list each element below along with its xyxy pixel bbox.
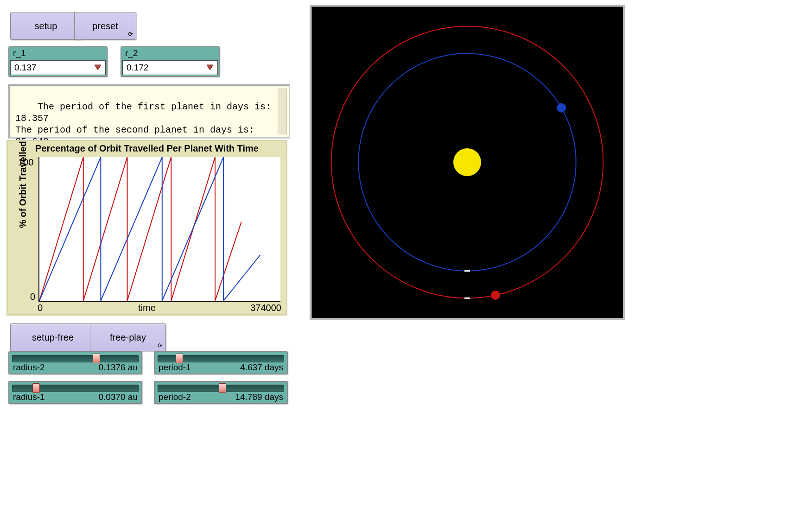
slider-value: 0.1376 au	[98, 362, 138, 373]
slider-thumb[interactable]	[93, 354, 100, 363]
svg-marker-1	[207, 65, 213, 70]
world-svg	[311, 6, 623, 318]
setup-button-label: setup	[35, 21, 57, 32]
setup-button[interactable]: setup	[10, 12, 82, 40]
r1-dropdown[interactable]: r_1 0.137	[8, 46, 108, 77]
slider-value: 0.0370 au	[98, 392, 138, 402]
radius-2-slider[interactable]: radius-2 0.1376 au	[8, 351, 142, 374]
r2-dropdown-label: r_2	[121, 47, 219, 59]
slider-value: 4.637 days	[240, 362, 283, 373]
plot-area	[38, 157, 280, 302]
chevron-down-icon	[94, 64, 102, 71]
preset-button-label: preset	[92, 21, 118, 32]
slider-thumb[interactable]	[176, 354, 183, 363]
r2-dropdown[interactable]: r_2 0.172	[121, 46, 220, 77]
period-2-slider[interactable]: period-2 14.789 days	[154, 381, 288, 404]
r1-dropdown-label: r_1	[9, 47, 107, 59]
plot-svg	[39, 157, 280, 301]
plot-xlabel: time	[138, 303, 156, 313]
slider-thumb[interactable]	[219, 383, 226, 393]
svg-point-8	[557, 103, 566, 113]
output-monitor: The period of the first planet in days i…	[8, 84, 290, 139]
free-play-button[interactable]: free-play ⟳	[90, 323, 166, 351]
chevron-down-icon	[206, 64, 214, 71]
r2-dropdown-value: 0.172	[127, 63, 149, 73]
setup-free-button-label: setup-free	[32, 332, 74, 343]
scrollbar[interactable]	[278, 89, 287, 134]
slider-label: radius-1	[13, 392, 45, 402]
refresh-icon: ⟳	[158, 342, 163, 349]
plot-xmin-tick: 0	[38, 303, 43, 313]
setup-free-button[interactable]: setup-free	[10, 323, 95, 351]
plot-xmax-tick: 374000	[250, 303, 281, 313]
slider-label: radius-2	[13, 362, 45, 373]
slider-label: period-2	[159, 392, 191, 402]
svg-marker-0	[95, 65, 101, 70]
r1-dropdown-value: 0.137	[14, 63, 37, 73]
slider-value: 14.789 days	[235, 392, 283, 402]
period-1-slider[interactable]: period-1 4.637 days	[154, 351, 288, 374]
slider-label: period-1	[159, 362, 191, 373]
svg-point-6	[453, 148, 481, 176]
plot-ymin-tick: 0	[30, 291, 35, 302]
preset-button[interactable]: preset ⟳	[74, 12, 136, 40]
plot-ylabel: % of Orbit Travelled	[18, 141, 28, 228]
svg-point-7	[491, 291, 500, 300]
slider-track	[12, 355, 139, 362]
slider-thumb[interactable]	[32, 383, 40, 393]
plot-title: Percentage of Orbit Travelled Per Planet…	[8, 141, 286, 154]
refresh-icon: ⟳	[128, 31, 133, 38]
slider-track	[12, 385, 139, 392]
free-play-button-label: free-play	[110, 332, 146, 343]
world-view	[310, 5, 625, 320]
orbit-percentage-plot: Percentage of Orbit Travelled Per Planet…	[6, 140, 287, 316]
radius-1-slider[interactable]: radius-1 0.0370 au	[8, 381, 142, 404]
